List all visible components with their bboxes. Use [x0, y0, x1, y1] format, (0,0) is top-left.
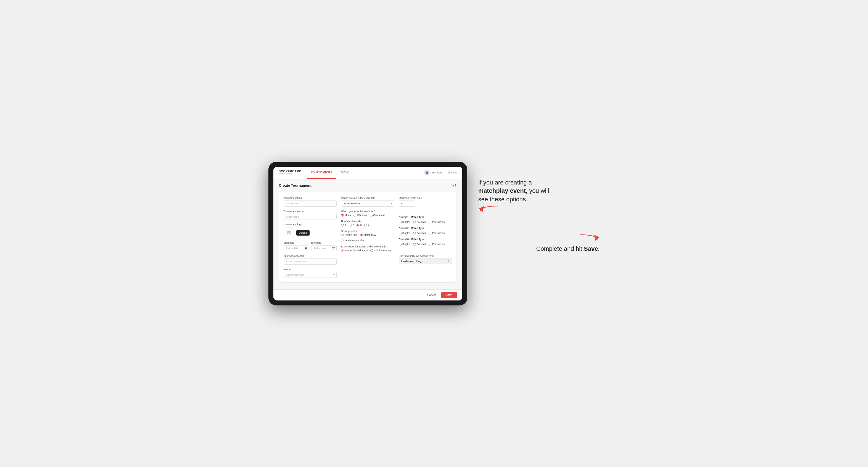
- round2-singles[interactable]: Singles: [399, 232, 411, 235]
- rounds-2-label: 2: [352, 224, 354, 226]
- rounds-4[interactable]: 4: [364, 224, 369, 226]
- end-date-input[interactable]: [311, 245, 337, 251]
- round2-match-type-label: Round 2 - Match Type: [399, 227, 452, 229]
- user-name: Test User: [432, 171, 442, 174]
- max-team-size-input[interactable]: [399, 200, 415, 207]
- scoring-stroke-radio[interactable]: [341, 234, 344, 237]
- gender-womens[interactable]: Womens: [353, 214, 367, 217]
- rounds-radio-group: 1 2 3: [341, 224, 394, 226]
- gender-combined-radio[interactable]: [370, 214, 373, 217]
- upload-button[interactable]: Upload: [296, 230, 310, 236]
- rounds-group: Number of rounds 1 2: [341, 220, 394, 226]
- end-date-label: End date: [311, 241, 337, 244]
- round3-foursomes[interactable]: Foursomes: [429, 243, 445, 246]
- gender-womens-radio[interactable]: [353, 214, 356, 217]
- api-tag[interactable]: Leaderboard King ✕ ▼: [399, 258, 452, 264]
- back-link[interactable]: ← Back: [447, 184, 457, 187]
- annotation-top-block: If you are creating a matchplay event, y…: [478, 178, 600, 216]
- individuals-label-text: Individuals Only: [374, 249, 392, 252]
- venue-label: Venue: [284, 268, 337, 271]
- round3-fourball[interactable]: Fourball: [413, 243, 426, 246]
- division-label: Which division is the event for?: [341, 197, 394, 199]
- end-date-wrap: 📅: [311, 245, 337, 251]
- round2-fourball-label: Fourball: [417, 232, 426, 235]
- rounds-2[interactable]: 2: [349, 224, 354, 226]
- round3-singles-label: Singles: [402, 243, 411, 246]
- date-row: Start date 📅 End date 📅: [284, 241, 337, 251]
- scoring-match-radio[interactable]: [360, 234, 363, 237]
- api-label: Use third-party live scoring API?: [399, 255, 452, 257]
- round2-foursomes[interactable]: Foursomes: [429, 232, 445, 235]
- scoring-medal[interactable]: Medal Match Play: [341, 239, 365, 242]
- start-date-input[interactable]: [284, 245, 309, 251]
- round2-fourball-radio[interactable]: [413, 232, 416, 235]
- api-dropdown-icon[interactable]: ▼: [447, 260, 450, 262]
- round3-fourball-label: Fourball: [417, 243, 426, 246]
- teams-group: Is this event for Teams and/or Individua…: [341, 245, 394, 252]
- main-content: Create Tournament ← Back Tournament Host…: [273, 179, 462, 289]
- logo-upload-area: 🖼 Upload: [284, 227, 337, 238]
- scoring-radio-group: Stroke Play Match Play Medal Match Play: [341, 234, 394, 242]
- sponsor-label: Sponsor (optional): [284, 255, 337, 257]
- arrow-top-icon: [478, 204, 500, 215]
- save-button[interactable]: Save: [441, 292, 457, 298]
- gender-mens[interactable]: Mens: [341, 214, 351, 217]
- scoring-medal-radio[interactable]: [341, 239, 344, 242]
- nav-tab-teams[interactable]: TEAMS: [336, 167, 353, 179]
- scoring-medal-label: Medal Match Play: [345, 239, 365, 242]
- round2-fourball[interactable]: Fourball: [413, 232, 426, 235]
- round3-fourball-radio[interactable]: [413, 243, 416, 246]
- form-col-3: Maximum Team Size Round 1 - Match Type S…: [399, 197, 452, 278]
- teams-label-text: Teams (+Individuals): [345, 249, 368, 252]
- round2-singles-radio[interactable]: [399, 232, 402, 235]
- round1-fourball-radio[interactable]: [413, 221, 416, 223]
- logo-title: SCOREBOARD: [279, 170, 302, 173]
- scoring-match-label: Match Play: [364, 234, 376, 237]
- api-remove-icon[interactable]: ✕: [423, 260, 425, 262]
- tournament-name-label: Tournament name: [284, 210, 337, 213]
- round3-singles[interactable]: Singles: [399, 243, 411, 246]
- rounds-1[interactable]: 1: [341, 224, 346, 226]
- rounds-3[interactable]: 3: [356, 224, 362, 226]
- rounds-4-radio[interactable]: [364, 224, 367, 226]
- tournament-host-input[interactable]: [284, 200, 337, 207]
- api-tag-value: Leaderboard King: [401, 260, 421, 262]
- venue-input[interactable]: [284, 272, 337, 278]
- rounds-1-radio[interactable]: [341, 224, 344, 226]
- round1-singles[interactable]: Singles: [399, 221, 411, 223]
- bottom-bar: Cancel Save: [273, 289, 462, 301]
- teams-option[interactable]: Teams (+Individuals): [341, 249, 368, 252]
- nav-tab-tournaments[interactable]: TOURNAMENTS: [307, 167, 336, 179]
- sponsor-input[interactable]: [284, 258, 337, 264]
- page-header: Create Tournament ← Back: [279, 183, 457, 188]
- round2-radio-group: Singles Fourball Foursomes: [399, 232, 452, 235]
- gender-mens-radio[interactable]: [341, 214, 344, 217]
- cancel-button[interactable]: Cancel: [425, 292, 439, 298]
- rounds-3-radio[interactable]: [356, 224, 359, 226]
- signout-link[interactable]: Sign out: [447, 171, 457, 174]
- gender-combined[interactable]: Combined: [370, 214, 385, 217]
- division-select[interactable]: NCAA Division I: [341, 200, 394, 207]
- tournament-name-input[interactable]: [284, 214, 337, 220]
- max-team-size-group: Maximum Team Size: [399, 197, 452, 207]
- teams-radio[interactable]: [341, 249, 344, 252]
- individuals-option[interactable]: Individuals Only: [370, 249, 392, 252]
- scoring-match[interactable]: Match Play: [360, 234, 376, 237]
- tournament-logo-group: Tournament logo 🖼 Upload: [284, 223, 337, 238]
- round1-fourball[interactable]: Fourball: [413, 221, 426, 223]
- round1-singles-radio[interactable]: [399, 221, 402, 223]
- round2-foursomes-radio[interactable]: [429, 232, 431, 235]
- round3-foursomes-radio[interactable]: [429, 243, 431, 246]
- round1-foursomes[interactable]: Foursomes: [429, 221, 445, 223]
- nav-tabs: TOURNAMENTS TEAMS: [307, 167, 424, 179]
- round1-foursomes-radio[interactable]: [429, 221, 431, 223]
- scoring-stroke[interactable]: Stroke Play: [341, 234, 358, 237]
- round1-match-type-label: Round 1 - Match Type: [399, 216, 452, 218]
- round3-match-type-group: Round 3 - Match Type Singles Fourball: [399, 238, 452, 246]
- rounds-2-radio[interactable]: [349, 224, 351, 226]
- individuals-radio[interactable]: [370, 249, 373, 252]
- nav-user-area: 👤 Test User | Sign out: [424, 170, 457, 175]
- round1-singles-label: Singles: [402, 221, 411, 223]
- gender-womens-label: Womens: [357, 214, 367, 217]
- round3-singles-radio[interactable]: [399, 243, 402, 246]
